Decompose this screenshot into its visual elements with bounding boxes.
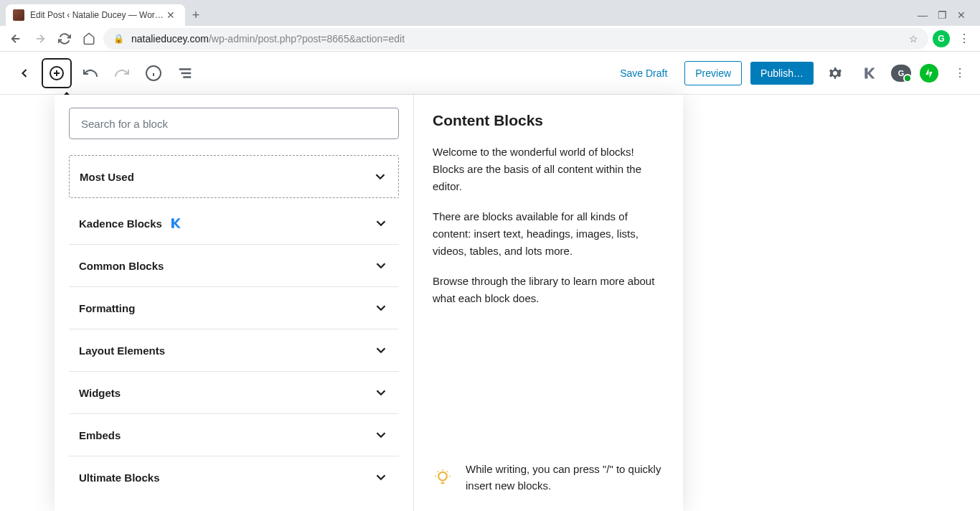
url-path: /wp-admin/post.php?post=8665&action=edit [209,33,405,44]
category-kadence-blocks[interactable]: Kadence Blocks [69,202,399,245]
kadence-icon[interactable] [857,60,882,86]
chevron-down-icon [373,215,389,231]
close-window-icon[interactable]: ✕ [957,9,966,21]
more-options-icon[interactable]: ⋮ [947,60,973,86]
url-field[interactable]: 🔒 natalieducey.com/wp-admin/post.php?pos… [103,28,928,50]
block-categories-list: Most Used Kadence Blocks Common Blocks F… [69,155,399,498]
publish-button[interactable]: Publish… [750,62,814,85]
settings-gear-icon[interactable] [822,60,848,86]
inserter-panel-right: Content Blocks Welcome to the wonderful … [413,95,683,511]
chevron-down-icon [373,258,389,273]
category-formatting[interactable]: Formatting [69,287,399,329]
jetpack-icon[interactable] [920,64,938,83]
editor-toolbar: Add block Save Draft Preview Publish… G … [0,52,980,95]
category-layout-elements[interactable]: Layout Elements [69,329,399,372]
category-most-used[interactable]: Most Used [69,155,399,198]
outline-button[interactable] [172,60,198,86]
info-paragraph: Welcome to the wonderful world of blocks… [433,144,664,195]
maximize-icon[interactable]: ❐ [938,9,947,21]
info-paragraph: Browse through the library to learn more… [433,273,664,307]
chevron-down-icon [373,300,389,316]
preview-button[interactable]: Preview [684,61,742,85]
browser-menu-icon[interactable]: ⋮ [954,29,974,49]
address-bar: 🔒 natalieducey.com/wp-admin/post.php?pos… [0,26,980,52]
tab-title: Edit Post ‹ Natalie Ducey — Wor… [30,10,164,20]
inserter-panel-left: Most Used Kadence Blocks Common Blocks F… [55,95,413,511]
tab-strip: Edit Post ‹ Natalie Ducey — Wor… ✕ + — ❐… [0,0,980,26]
lock-icon: 🔒 [113,34,124,44]
redo-button[interactable] [109,60,135,86]
editor-body: Most Used Kadence Blocks Common Blocks F… [0,95,980,511]
back-button[interactable] [6,29,26,49]
svg-point-2 [438,472,447,480]
minimize-icon[interactable]: — [918,9,928,21]
category-widgets[interactable]: Widgets [69,372,399,414]
info-button[interactable] [141,60,166,86]
category-ultimate-blocks[interactable]: Ultimate Blocks [69,456,399,498]
browser-chrome: Edit Post ‹ Natalie Ducey — Wor… ✕ + — ❐… [0,0,980,52]
chevron-down-icon [373,469,389,485]
chevron-down-icon [373,427,389,443]
info-paragraph: There are blocks available for all kinds… [433,208,664,260]
category-embeds[interactable]: Embeds [69,414,399,456]
favicon [13,9,24,21]
chevron-down-icon [373,385,389,400]
undo-button[interactable] [77,60,103,86]
grammarly-extension-icon[interactable]: G [933,30,950,47]
tip-row: While writing, you can press "/" to quic… [433,447,664,494]
url-domain: natalieducey.com [131,33,209,44]
home-button[interactable] [79,29,99,49]
category-common-blocks[interactable]: Common Blocks [69,245,399,287]
block-inserter-popover: Most Used Kadence Blocks Common Blocks F… [55,95,683,511]
save-draft-button[interactable]: Save Draft [611,62,676,85]
chevron-down-icon [372,169,388,184]
bookmark-star-icon[interactable]: ☆ [909,33,918,44]
tip-text: While writing, you can press "/" to quic… [466,461,664,494]
reload-button[interactable] [55,29,75,49]
fullscreen-close-button[interactable] [7,66,42,80]
search-block-input[interactable] [69,108,399,139]
kadence-badge-icon [169,217,182,230]
content-blocks-heading: Content Blocks [433,112,664,129]
add-block-button[interactable]: Add block [42,58,72,88]
forward-button[interactable] [30,29,50,49]
grammarly-avatar-icon[interactable]: G [891,65,911,82]
close-tab-icon[interactable]: ✕ [164,9,178,21]
chevron-down-icon [373,342,389,358]
lightbulb-icon [433,468,453,488]
browser-tab[interactable]: Edit Post ‹ Natalie Ducey — Wor… ✕ [6,4,185,26]
new-tab-button[interactable]: + [185,8,207,23]
window-controls: — ❐ ✕ [909,9,974,21]
